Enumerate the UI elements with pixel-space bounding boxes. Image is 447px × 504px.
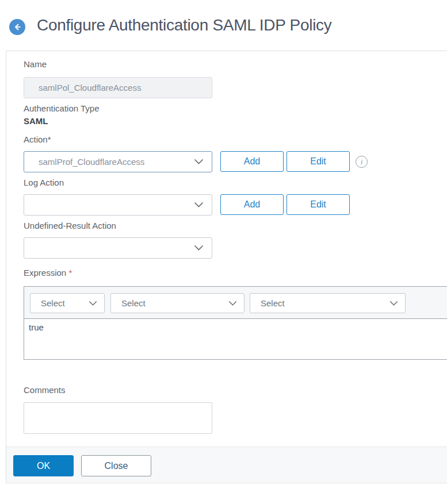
authentication-type-label: Authentication Type: [24, 103, 99, 113]
log-action-add-button[interactable]: Add: [220, 194, 284, 215]
close-button[interactable]: Close: [81, 455, 151, 476]
expression-select-3-value: Select: [261, 298, 389, 308]
expression-select-2[interactable]: Select: [110, 293, 244, 313]
expression-select-2-value: Select: [121, 298, 228, 308]
log-action-select[interactable]: [24, 194, 212, 216]
expression-select-1-value: Select: [41, 298, 89, 308]
expression-textarea[interactable]: true: [24, 318, 447, 360]
expression-required-mark: *: [68, 268, 72, 278]
undefined-result-action-select[interactable]: [24, 237, 212, 259]
expression-select-3[interactable]: Select: [250, 293, 406, 313]
ok-button[interactable]: OK: [13, 455, 74, 476]
back-button[interactable]: [9, 19, 25, 35]
chevron-down-icon: [194, 243, 204, 253]
expression-toolbar: Select Select Select: [24, 286, 447, 318]
page-title: Configure Authentication SAML IDP Policy: [37, 16, 332, 34]
comments-textarea[interactable]: [24, 402, 212, 434]
chevron-down-icon: [389, 298, 398, 308]
comments-label: Comments: [24, 385, 66, 395]
expression-label: Expression *: [24, 268, 72, 278]
action-edit-button[interactable]: Edit: [286, 151, 350, 172]
arrow-left-icon: [13, 22, 22, 32]
log-action-label: Log Action: [24, 178, 64, 187]
action-select[interactable]: samlProf_CloudflareAccess: [24, 151, 212, 172]
form-panel: Name Authentication Type SAML Action* sa…: [6, 51, 447, 483]
action-select-value: samlProf_CloudflareAccess: [39, 157, 194, 167]
footer-bar: OK Close: [6, 447, 447, 483]
name-label: Name: [24, 59, 47, 69]
chevron-down-icon: [194, 200, 204, 210]
chevron-down-icon: [228, 298, 237, 308]
action-label: Action*: [24, 134, 51, 144]
log-action-edit-button[interactable]: Edit: [286, 194, 350, 215]
configure-saml-idp-policy-page: Configure Authentication SAML IDP Policy…: [0, 0, 447, 504]
chevron-down-icon: [89, 298, 97, 308]
action-add-button[interactable]: Add: [220, 151, 284, 172]
name-input[interactable]: [24, 77, 212, 98]
expression-select-1[interactable]: Select: [30, 293, 105, 313]
expression-label-text: Expression: [24, 268, 66, 278]
info-icon[interactable]: i: [356, 156, 368, 168]
authentication-type-value: SAML: [24, 116, 48, 126]
undefined-result-action-label: Undefined-Result Action: [24, 221, 116, 230]
chevron-down-icon: [194, 157, 204, 167]
